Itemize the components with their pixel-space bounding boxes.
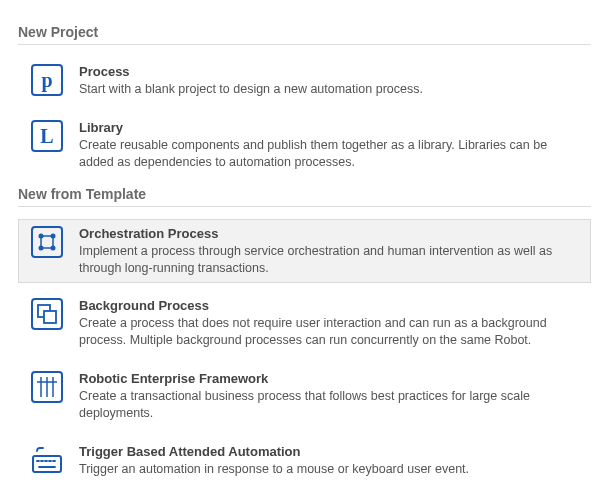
svg-text:L: L — [40, 125, 53, 147]
library-icon: L — [31, 120, 63, 152]
item-title: Robotic Enterprise Framework — [79, 371, 584, 386]
svg-point-7 — [39, 245, 44, 250]
svg-point-8 — [51, 245, 56, 250]
item-desc: Create reusable components and publish t… — [79, 137, 584, 171]
item-library[interactable]: L Library Create reusable components and… — [18, 113, 591, 178]
item-transactional-process[interactable]: Transactional Process Model a process as… — [18, 493, 591, 501]
orchestration-icon — [31, 226, 63, 258]
item-title: Trigger Based Attended Automation — [79, 444, 584, 459]
svg-point-5 — [39, 233, 44, 238]
svg-rect-11 — [44, 311, 56, 323]
svg-rect-4 — [32, 227, 62, 257]
item-desc: Trigger an automation in response to a m… — [79, 461, 584, 478]
item-title: Orchestration Process — [79, 226, 584, 241]
item-title: Library — [79, 120, 584, 135]
section-header-new-project: New Project — [18, 24, 591, 45]
background-icon — [31, 298, 63, 330]
item-desc: Create a transactional business process … — [79, 388, 584, 422]
process-icon: p — [31, 64, 63, 96]
svg-point-6 — [51, 233, 56, 238]
svg-text:p: p — [41, 69, 52, 92]
item-desc: Implement a process through service orch… — [79, 243, 584, 277]
section-header-new-from-template: New from Template — [18, 186, 591, 207]
item-desc: Start with a blank project to design a n… — [79, 81, 584, 98]
item-trigger-based-attended[interactable]: Trigger Based Attended Automation Trigge… — [18, 437, 591, 485]
item-title: Background Process — [79, 298, 584, 313]
item-process[interactable]: p Process Start with a blank project to … — [18, 57, 591, 105]
item-background-process[interactable]: Background Process Create a process that… — [18, 291, 591, 356]
item-desc: Create a process that does not require u… — [79, 315, 584, 349]
ref-icon — [31, 371, 63, 403]
keyboard-icon — [31, 444, 63, 476]
item-title: Process — [79, 64, 584, 79]
item-robotic-enterprise-framework[interactable]: Robotic Enterprise Framework Create a tr… — [18, 364, 591, 429]
item-orchestration-process[interactable]: Orchestration Process Implement a proces… — [18, 219, 591, 284]
svg-rect-13 — [33, 456, 61, 472]
